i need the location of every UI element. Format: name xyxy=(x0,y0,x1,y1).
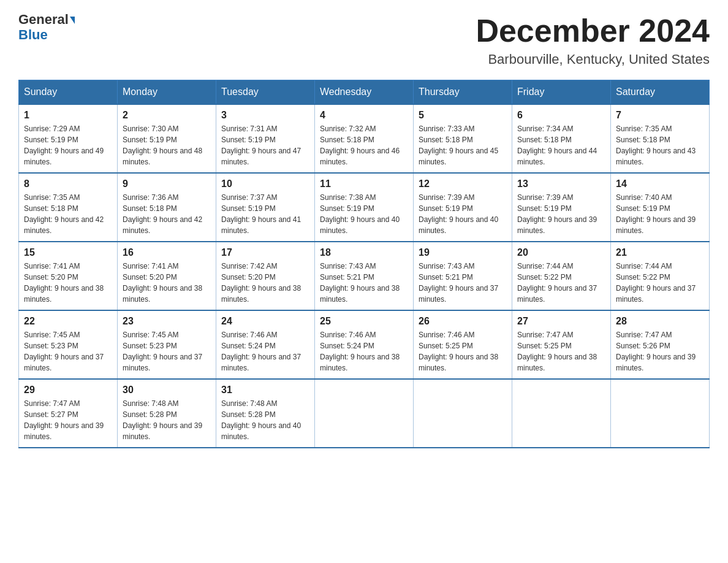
day-number: 22 xyxy=(24,316,112,327)
day-info: Sunrise: 7:44 AMSunset: 5:22 PMDaylight:… xyxy=(517,261,605,305)
calendar-day-cell: 2Sunrise: 7:30 AMSunset: 5:19 PMDaylight… xyxy=(118,104,216,173)
day-number: 15 xyxy=(24,247,112,258)
day-number: 3 xyxy=(221,110,309,121)
calendar-day-cell: 5Sunrise: 7:33 AMSunset: 5:18 PMDaylight… xyxy=(414,104,512,173)
title-area: December 2024 Barbourville, Kentucky, Un… xyxy=(476,12,710,67)
day-number: 25 xyxy=(320,316,408,327)
day-info: Sunrise: 7:46 AMSunset: 5:24 PMDaylight:… xyxy=(221,329,309,373)
calendar-day-cell xyxy=(315,379,414,448)
calendar-day-cell: 13Sunrise: 7:39 AMSunset: 5:19 PMDayligh… xyxy=(512,173,611,242)
day-info: Sunrise: 7:41 AMSunset: 5:20 PMDaylight:… xyxy=(24,261,112,305)
day-number: 1 xyxy=(24,110,112,121)
calendar-day-cell: 18Sunrise: 7:43 AMSunset: 5:21 PMDayligh… xyxy=(315,242,414,310)
day-info: Sunrise: 7:45 AMSunset: 5:23 PMDaylight:… xyxy=(24,329,112,373)
logo-line2: Blue xyxy=(18,27,48,43)
calendar-day-cell: 16Sunrise: 7:41 AMSunset: 5:20 PMDayligh… xyxy=(118,242,216,310)
calendar-day-cell: 28Sunrise: 7:47 AMSunset: 5:26 PMDayligh… xyxy=(611,310,710,379)
day-info: Sunrise: 7:46 AMSunset: 5:24 PMDaylight:… xyxy=(320,329,408,373)
calendar-day-cell xyxy=(414,379,512,448)
calendar-table: SundayMondayTuesdayWednesdayThursdayFrid… xyxy=(18,80,710,448)
calendar-day-cell: 26Sunrise: 7:46 AMSunset: 5:25 PMDayligh… xyxy=(414,310,512,379)
day-number: 24 xyxy=(221,316,309,327)
calendar-day-cell: 29Sunrise: 7:47 AMSunset: 5:27 PMDayligh… xyxy=(19,379,118,448)
calendar-day-cell xyxy=(512,379,611,448)
weekday-header-row: SundayMondayTuesdayWednesdayThursdayFrid… xyxy=(19,80,710,105)
day-info: Sunrise: 7:31 AMSunset: 5:19 PMDaylight:… xyxy=(221,123,309,167)
day-number: 4 xyxy=(320,110,408,121)
calendar-day-cell: 1Sunrise: 7:29 AMSunset: 5:19 PMDaylight… xyxy=(19,104,118,173)
day-info: Sunrise: 7:42 AMSunset: 5:20 PMDaylight:… xyxy=(221,261,309,305)
calendar-day-cell: 7Sunrise: 7:35 AMSunset: 5:18 PMDaylight… xyxy=(611,104,710,173)
day-info: Sunrise: 7:38 AMSunset: 5:19 PMDaylight:… xyxy=(320,192,408,236)
day-info: Sunrise: 7:35 AMSunset: 5:18 PMDaylight:… xyxy=(616,123,704,167)
calendar-week-row: 22Sunrise: 7:45 AMSunset: 5:23 PMDayligh… xyxy=(19,310,710,379)
day-number: 17 xyxy=(221,247,309,258)
day-info: Sunrise: 7:34 AMSunset: 5:18 PMDaylight:… xyxy=(517,123,605,167)
calendar-day-cell: 20Sunrise: 7:44 AMSunset: 5:22 PMDayligh… xyxy=(512,242,611,310)
day-info: Sunrise: 7:44 AMSunset: 5:22 PMDaylight:… xyxy=(616,261,704,305)
weekday-header-wednesday: Wednesday xyxy=(315,80,414,105)
day-info: Sunrise: 7:36 AMSunset: 5:18 PMDaylight:… xyxy=(123,192,211,236)
weekday-header-friday: Friday xyxy=(512,80,611,105)
logo-line1: General xyxy=(18,12,75,27)
day-number: 29 xyxy=(24,385,112,396)
day-number: 12 xyxy=(419,178,507,190)
day-number: 30 xyxy=(123,385,211,396)
weekday-header-saturday: Saturday xyxy=(611,80,710,105)
calendar-day-cell: 30Sunrise: 7:48 AMSunset: 5:28 PMDayligh… xyxy=(118,379,216,448)
day-info: Sunrise: 7:43 AMSunset: 5:21 PMDaylight:… xyxy=(320,261,408,305)
day-info: Sunrise: 7:41 AMSunset: 5:20 PMDaylight:… xyxy=(123,261,211,305)
day-number: 27 xyxy=(517,316,605,327)
day-number: 6 xyxy=(517,110,605,121)
day-number: 11 xyxy=(320,178,408,190)
weekday-header-tuesday: Tuesday xyxy=(216,80,315,105)
calendar-day-cell xyxy=(611,379,710,448)
day-info: Sunrise: 7:47 AMSunset: 5:26 PMDaylight:… xyxy=(616,329,704,373)
day-info: Sunrise: 7:29 AMSunset: 5:19 PMDaylight:… xyxy=(24,123,112,167)
day-number: 28 xyxy=(616,316,704,327)
calendar-day-cell: 24Sunrise: 7:46 AMSunset: 5:24 PMDayligh… xyxy=(216,310,315,379)
day-number: 14 xyxy=(616,178,704,190)
calendar-day-cell: 21Sunrise: 7:44 AMSunset: 5:22 PMDayligh… xyxy=(611,242,710,310)
day-info: Sunrise: 7:32 AMSunset: 5:18 PMDaylight:… xyxy=(320,123,408,167)
calendar-week-row: 15Sunrise: 7:41 AMSunset: 5:20 PMDayligh… xyxy=(19,242,710,310)
day-info: Sunrise: 7:30 AMSunset: 5:19 PMDaylight:… xyxy=(123,123,211,167)
location-title: Barbourville, Kentucky, United States xyxy=(476,52,710,67)
day-number: 26 xyxy=(419,316,507,327)
day-info: Sunrise: 7:35 AMSunset: 5:18 PMDaylight:… xyxy=(24,192,112,236)
day-number: 21 xyxy=(616,247,704,258)
calendar-day-cell: 8Sunrise: 7:35 AMSunset: 5:18 PMDaylight… xyxy=(19,173,118,242)
calendar-day-cell: 10Sunrise: 7:37 AMSunset: 5:19 PMDayligh… xyxy=(216,173,315,242)
calendar-week-row: 1Sunrise: 7:29 AMSunset: 5:19 PMDaylight… xyxy=(19,104,710,173)
page-header: General Blue December 2024 Barbourville,… xyxy=(18,12,710,67)
day-info: Sunrise: 7:39 AMSunset: 5:19 PMDaylight:… xyxy=(419,192,507,236)
month-title: December 2024 xyxy=(476,12,710,49)
weekday-header-sunday: Sunday xyxy=(19,80,118,105)
day-number: 9 xyxy=(123,178,211,190)
day-info: Sunrise: 7:48 AMSunset: 5:28 PMDaylight:… xyxy=(123,398,211,442)
day-number: 7 xyxy=(616,110,704,121)
day-info: Sunrise: 7:33 AMSunset: 5:18 PMDaylight:… xyxy=(419,123,507,167)
day-number: 13 xyxy=(517,178,605,190)
calendar-day-cell: 6Sunrise: 7:34 AMSunset: 5:18 PMDaylight… xyxy=(512,104,611,173)
calendar-day-cell: 3Sunrise: 7:31 AMSunset: 5:19 PMDaylight… xyxy=(216,104,315,173)
calendar-day-cell: 14Sunrise: 7:40 AMSunset: 5:19 PMDayligh… xyxy=(611,173,710,242)
calendar-day-cell: 31Sunrise: 7:48 AMSunset: 5:28 PMDayligh… xyxy=(216,379,315,448)
calendar-week-row: 8Sunrise: 7:35 AMSunset: 5:18 PMDaylight… xyxy=(19,173,710,242)
calendar-day-cell: 9Sunrise: 7:36 AMSunset: 5:18 PMDaylight… xyxy=(118,173,216,242)
calendar-day-cell: 23Sunrise: 7:45 AMSunset: 5:23 PMDayligh… xyxy=(118,310,216,379)
calendar-day-cell: 12Sunrise: 7:39 AMSunset: 5:19 PMDayligh… xyxy=(414,173,512,242)
day-info: Sunrise: 7:40 AMSunset: 5:19 PMDaylight:… xyxy=(616,192,704,236)
weekday-header-thursday: Thursday xyxy=(414,80,512,105)
day-number: 20 xyxy=(517,247,605,258)
calendar-day-cell: 4Sunrise: 7:32 AMSunset: 5:18 PMDaylight… xyxy=(315,104,414,173)
calendar-week-row: 29Sunrise: 7:47 AMSunset: 5:27 PMDayligh… xyxy=(19,379,710,448)
calendar-day-cell: 15Sunrise: 7:41 AMSunset: 5:20 PMDayligh… xyxy=(19,242,118,310)
day-info: Sunrise: 7:46 AMSunset: 5:25 PMDaylight:… xyxy=(419,329,507,373)
day-number: 18 xyxy=(320,247,408,258)
calendar-day-cell: 25Sunrise: 7:46 AMSunset: 5:24 PMDayligh… xyxy=(315,310,414,379)
day-number: 5 xyxy=(419,110,507,121)
calendar-day-cell: 19Sunrise: 7:43 AMSunset: 5:21 PMDayligh… xyxy=(414,242,512,310)
day-info: Sunrise: 7:47 AMSunset: 5:27 PMDaylight:… xyxy=(24,398,112,442)
day-number: 16 xyxy=(123,247,211,258)
